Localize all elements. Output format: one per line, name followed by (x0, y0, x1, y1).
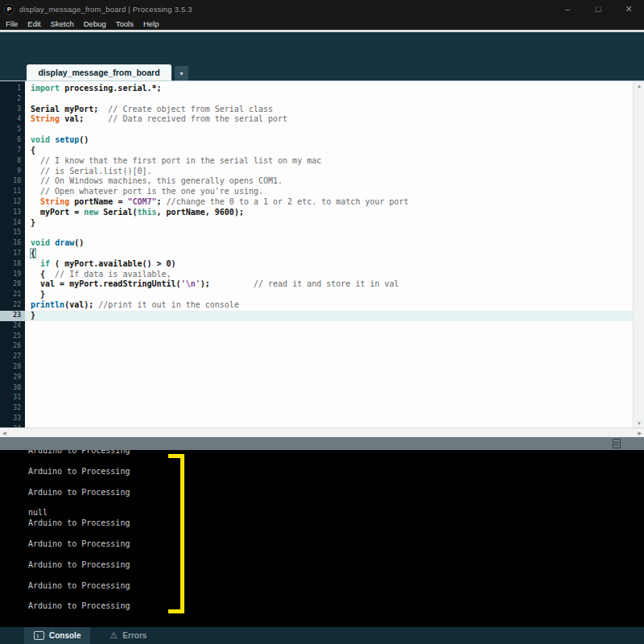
console-line: Arduino to Processing (0, 467, 644, 477)
copy-console-icon[interactable] (613, 439, 621, 448)
code-token: if (40, 259, 50, 268)
code-token: // Create object from Serial class (108, 105, 273, 114)
code-token: // Open whatever port is the one you're … (31, 187, 263, 196)
scroll-left-icon[interactable]: ◀ (2, 430, 6, 436)
code-line (25, 332, 633, 342)
code-line: String portName = "COM7"; //change the 0… (25, 197, 633, 208)
code-token: '\n' (181, 279, 200, 288)
console-line (0, 529, 644, 539)
code-token: //change the 0 to a 1 or 2 etc. to match… (167, 197, 409, 206)
code-line: if ( myPort.available() > 0) (25, 259, 633, 270)
code-token: import (31, 84, 60, 93)
line-number: 2 (0, 94, 25, 105)
line-number: 7 (0, 146, 25, 156)
toolbar: ▶ ■ Java ▼ (0, 32, 644, 63)
horizontal-scrollbar[interactable]: ◀ ▶ (0, 427, 644, 437)
line-number: 29 (0, 373, 25, 383)
code-token: { (31, 249, 35, 258)
menu-file[interactable]: File (2, 19, 23, 28)
bottom-tab-bar: ❯_ Console ⚠ Errors (0, 627, 644, 644)
menu-edit[interactable]: Edit (23, 19, 46, 28)
tab-console[interactable]: ❯_ Console (24, 627, 90, 644)
code-token: draw (55, 238, 74, 247)
menu-debug[interactable]: Debug (80, 19, 112, 28)
line-number: 5 (0, 125, 25, 135)
line-number: 31 (0, 393, 25, 403)
console-output[interactable]: Arduino to Processing Arduino to Process… (0, 450, 644, 627)
console-line: Arduino to Processing (0, 601, 644, 612)
annotation-bracket (168, 454, 184, 613)
code-line (25, 403, 633, 414)
menu-bar: File Edit Sketch Debug Tools Help (0, 18, 644, 30)
scroll-up-icon[interactable]: ▲ (634, 84, 644, 89)
code-token: println (31, 300, 64, 309)
code-token: { (31, 270, 55, 279)
code-line: void setup() (25, 135, 633, 146)
scroll-down-icon[interactable]: ▼ (634, 421, 644, 426)
code-line: import processing.serial.*; (25, 84, 633, 94)
code-line: { (25, 249, 633, 259)
code-token: // read it and store it in val (254, 279, 399, 288)
code-line (25, 373, 633, 383)
code-editor[interactable]: 1234567891011121314151617181920212223242… (0, 80, 644, 427)
tab-sketch[interactable]: display_message_from_board (27, 64, 171, 80)
processing-ide-window: P display_message_from_board | Processin… (0, 0, 644, 644)
console-line: Arduino to Processing (0, 488, 644, 498)
code-line (25, 362, 633, 373)
code-token: // On Windows machines, this generally o… (31, 176, 283, 185)
code-token: val; (60, 114, 108, 123)
console-line: Arduino to Processing (0, 518, 644, 529)
minimize-icon[interactable]: – (552, 0, 583, 18)
code-token: setup (55, 135, 79, 144)
code-token: String (40, 197, 69, 206)
console-line: Arduino to Processing (0, 450, 644, 456)
line-number: 9 (0, 167, 25, 177)
tab-strip: display_message_from_board ▼ (0, 63, 644, 80)
line-number: 15 (0, 228, 25, 238)
code-line (25, 321, 633, 332)
processing-logo-icon: P (4, 4, 14, 14)
menu-sketch[interactable]: Sketch (47, 19, 80, 28)
line-number: 28 (0, 362, 25, 373)
code-token (31, 197, 40, 206)
code-token: new (84, 208, 98, 217)
code-token: Serial myPort; (31, 105, 108, 114)
code-line (25, 94, 633, 105)
code-token: // is Serial.list()[0]. (31, 167, 152, 175)
code-area[interactable]: import processing.serial.*;Serial myPort… (25, 81, 633, 427)
code-line (25, 393, 633, 403)
scroll-right-icon[interactable]: ▶ (638, 430, 642, 436)
code-token: () (74, 238, 84, 247)
title-bar: P display_message_from_board | Processin… (0, 0, 644, 18)
code-token: (val); (64, 300, 98, 309)
code-line: // is Serial.list()[0]. (25, 167, 633, 177)
tab-errors[interactable]: ⚠ Errors (100, 627, 156, 644)
line-number: 10 (0, 176, 25, 187)
console-line (0, 550, 644, 560)
console-line: null (0, 508, 644, 518)
code-line: // On Windows machines, this generally o… (25, 176, 633, 187)
code-line: } (25, 311, 633, 321)
code-line: String val; // Data received from the se… (25, 114, 633, 125)
line-number: 1 (0, 84, 25, 94)
code-token: ( myPort.available() > 0) (50, 259, 176, 268)
line-number: 20 (0, 279, 25, 290)
code-token: ); (200, 279, 254, 288)
line-number: 13 (0, 208, 25, 218)
line-number: 21 (0, 290, 25, 300)
code-line: Serial myPort; // Create object from Ser… (25, 105, 633, 115)
console-divider[interactable] (0, 437, 644, 450)
close-icon[interactable]: ✕ (613, 0, 644, 18)
maximize-icon[interactable]: □ (583, 0, 613, 18)
console-line (0, 497, 644, 508)
menu-help[interactable]: Help (139, 19, 165, 28)
menu-tools[interactable]: Tools (112, 19, 139, 28)
line-number: 17 (0, 249, 25, 259)
tab-menu-button[interactable]: ▼ (175, 66, 188, 80)
code-token: myPort = (31, 208, 84, 217)
line-number: 23 (0, 311, 25, 321)
line-number: 4 (0, 114, 25, 125)
terminal-icon: ❯_ (34, 631, 44, 640)
errors-tab-label: Errors (122, 631, 147, 640)
vertical-scrollbar[interactable]: ▲ ▼ (633, 81, 644, 427)
